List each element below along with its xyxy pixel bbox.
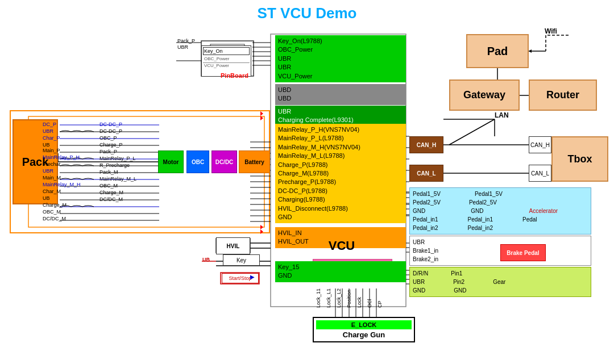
pedal2-5v-left: Pedal2_5V — [413, 198, 441, 207]
obc-power-signal: OBC_Power — [278, 45, 403, 54]
gear-block: D/R/N Pin1 UBR Pin2 Gear GND GND — [409, 267, 591, 297]
page-title: ST VCU Demo — [258, 5, 357, 22]
hvil-in-signal: HVIL_IN — [278, 229, 403, 237]
pin2-label: Pin2 — [453, 278, 464, 286]
char-p-label: Char_P — [43, 135, 60, 141]
wifi-label: Wifi — [545, 27, 557, 35]
lock-l2-label: Lock_L2 — [336, 288, 342, 308]
lock-l1-label: Lock_L1 — [326, 288, 331, 308]
ubr-signal-2: UBR — [278, 63, 403, 72]
charge-m-right-label: Charge_M — [99, 190, 123, 195]
ubr-brake: UBR — [413, 238, 425, 246]
ubd-signal-1: UBD — [278, 86, 403, 94]
char-m-label: Char_M — [43, 189, 61, 194]
mainrelay-mh-label: MainRelay_M_H — [43, 182, 81, 187]
gateway-block: Gateway — [449, 80, 520, 111]
dc-dc-p-right-label: DC-DC_P — [99, 122, 122, 127]
pin1-label: Pin1 — [451, 269, 462, 278]
motor-block: Motor — [158, 150, 184, 173]
ubd-block: UBD UBD — [275, 84, 406, 105]
dc-dc-p-right-label2: DC-DC_P — [99, 128, 122, 134]
key-on-signal: Key_On(L9788) — [278, 37, 403, 45]
dc-dc-m-right-label: DC/DC_M — [99, 196, 123, 202]
ocl-label: OCl — [367, 288, 372, 308]
dcdc-block: DC/DC — [211, 150, 237, 173]
pack-p-right-label: Pack_P — [99, 149, 117, 154]
ubr-gear: UBR — [413, 278, 425, 286]
accelerator-label: Accelerator — [529, 207, 558, 215]
mainrelay-ml-right-label: MainRelay_M_L — [99, 176, 136, 182]
cp-label: CP — [377, 288, 383, 308]
pedal-in2-left: Pedal_in2 — [413, 224, 438, 232]
pedal-label: Pedal — [522, 215, 537, 224]
hvil-box: HVIL — [216, 237, 250, 254]
pack-m-label: Pack_M — [99, 169, 118, 175]
vcu-power-signal: VCU_Power — [278, 72, 403, 81]
ub-key-label: UB — [202, 257, 210, 262]
battery-block: Battery — [239, 150, 270, 173]
charge-gun-block: E_LOCK Charge Gun — [313, 317, 415, 342]
vcu-label: VCU — [271, 239, 413, 253]
ubr-dc-label: UBR — [43, 128, 53, 134]
charge-m-label: Charge_M — [43, 202, 67, 208]
ubd-signal-2: UBD — [278, 94, 403, 103]
key-box: Key — [223, 254, 260, 266]
can-l-right: CAN_L — [529, 165, 551, 182]
gnd-key15: GND — [278, 271, 403, 280]
can-h-right: CAN_H — [529, 136, 551, 153]
ub-charge-label: UB — [43, 195, 50, 201]
obc-p-right-label: OBC_P — [99, 135, 117, 141]
pinboard-label: PinBoard — [221, 72, 248, 79]
router-block: Router — [529, 80, 597, 111]
dcdc-m-label: DC/DC_M — [43, 216, 66, 221]
ubr-precharge-label: UBR — [43, 168, 53, 174]
precharge-r-label: R_Precharge — [99, 162, 130, 168]
key15-signal: Key_15 — [278, 263, 403, 271]
charge-p-right-label: Charge_P — [99, 142, 123, 148]
ub-dc2-label: UB — [43, 142, 50, 148]
drn-label: D/R/N — [413, 269, 428, 278]
ubr-charging-signal: UBR — [278, 107, 403, 116]
dc-p-label: DC_P — [43, 122, 56, 127]
main-canvas: ST VCU Demo — [0, 0, 614, 364]
gnd-accel-right: GND — [471, 207, 483, 215]
pedal-in1-right: Pedal_in1 — [467, 215, 492, 224]
ubr-signal-1: UBR — [278, 55, 403, 63]
obc-block: OBC — [186, 150, 209, 173]
pedal1-5v-right: Pedal1_5V — [475, 190, 503, 198]
svg-marker-66 — [260, 229, 263, 234]
brake1-in: Brake1_in — [413, 246, 438, 255]
prechar-label: Prechar — [43, 161, 61, 167]
main-m-label: Main_M — [43, 175, 61, 181]
yellow-relay-block: MainRelay_P_H(VNS7NV04) MainRelay_P_L(L9… — [275, 124, 406, 223]
pack-p-label: Pack_P — [177, 38, 195, 44]
ubr-top-label: UBR — [177, 44, 188, 50]
tbox-block: Tbox — [551, 136, 608, 182]
svg-marker-65 — [260, 225, 263, 229]
mainrelay-ph-label: MainRelay_P_H — [43, 154, 80, 160]
svg-marker-3 — [529, 49, 532, 53]
pedal-in2-right: Pedal_in2 — [467, 224, 492, 232]
lan-label: LAN — [495, 111, 509, 119]
accelerator-block: Pedal1_5V Pedal1_5V Pedal2_5V Pedal2_5V … — [409, 187, 591, 235]
key-arrow: ▶ — [250, 274, 255, 280]
obc-m-right-label: OBC_M — [99, 183, 118, 189]
mainrelay-pl-right-label: MainRelay_P_L — [99, 156, 136, 161]
gnd-accel-left: GND — [413, 207, 425, 215]
can-h-left: CAN_H — [409, 136, 443, 153]
pedal1-5v-left: Pedal1_5V — [413, 190, 441, 198]
brake2-in: Brake2_in — [413, 255, 438, 263]
pad-block: Pad — [466, 34, 529, 68]
pedal-in1-left: Pedal_in1 — [413, 215, 438, 224]
svg-line-9 — [449, 119, 495, 145]
position-label: Position — [346, 288, 352, 308]
pedal2-5v-right: Pedal2_5V — [469, 198, 497, 207]
svg-marker-63 — [260, 111, 263, 116]
green-key-signals: Key_On(L9788) OBC_Power UBR UBR VCU_Powe… — [275, 35, 406, 82]
gnd-gear: GND — [413, 286, 425, 295]
obc-m-label: OBC_M — [43, 209, 61, 215]
charge-gun-label: Charge Gun — [316, 330, 412, 339]
brake-pedal-box: Brake Pedal — [500, 244, 546, 261]
key15-block: Key_15 GND — [275, 261, 406, 282]
can-l-left: CAN_L — [409, 165, 443, 182]
